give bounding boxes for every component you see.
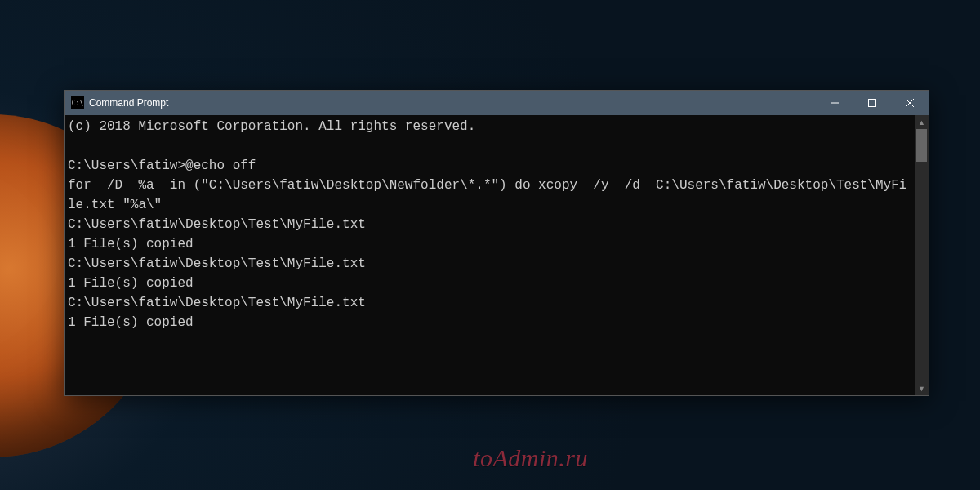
maximize-button[interactable]	[853, 91, 891, 115]
minimize-button[interactable]	[816, 91, 853, 115]
app-icon: C:\	[71, 96, 84, 109]
console-area: (c) 2018 Microsoft Corporation. All righ…	[65, 115, 929, 395]
svg-rect-1	[869, 100, 876, 107]
scroll-down-arrow-icon[interactable]: ▼	[915, 381, 929, 395]
console-output[interactable]: (c) 2018 Microsoft Corporation. All righ…	[65, 115, 915, 395]
scrollbar-thumb[interactable]	[916, 129, 927, 162]
scroll-up-arrow-icon[interactable]: ▲	[915, 115, 929, 129]
window-title: Command Prompt	[89, 97, 168, 109]
watermark-text: toAdmin.ru	[473, 444, 588, 472]
vertical-scrollbar[interactable]: ▲ ▼	[915, 115, 929, 395]
command-prompt-window: C:\ Command Prompt (c) 2018 Microsoft Co…	[64, 90, 929, 396]
titlebar[interactable]: C:\ Command Prompt	[65, 91, 929, 115]
close-button[interactable]	[891, 91, 929, 115]
